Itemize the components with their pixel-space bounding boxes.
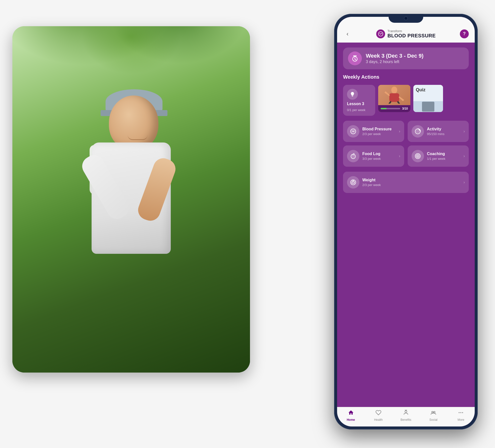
food-log-icon: [347, 150, 359, 162]
health-icon-svg: [375, 410, 381, 416]
svg-point-21: [434, 411, 435, 413]
more-icon-svg: [458, 410, 464, 416]
svg-point-0: [378, 31, 383, 36]
coaching-info: Coaching 1/1 per week: [427, 151, 461, 161]
weight-chevron: ›: [464, 180, 465, 185]
bp-freq: 2/3 per week: [362, 132, 396, 136]
nav-health[interactable]: Health: [370, 410, 387, 422]
social-icon-svg: [430, 410, 436, 416]
activity-info: Activity 95/150 mins: [427, 127, 461, 136]
progress-label: 3/10: [402, 107, 408, 110]
lesson-card[interactable]: Lesson 3 0/1 per week: [343, 85, 375, 116]
exercise-figure: [382, 86, 407, 104]
quiz-bottom: [413, 101, 443, 112]
benefits-icon-svg: [403, 410, 409, 416]
bulb-icon-svg: [350, 92, 355, 97]
weight-icon-svg: [350, 179, 357, 186]
more-icon: [458, 410, 464, 417]
nav-health-label: Health: [374, 418, 383, 422]
svg-rect-6: [389, 93, 399, 102]
person-smile: [128, 135, 148, 140]
food-log-chevron: ›: [399, 154, 400, 158]
activity-icon: [412, 125, 424, 138]
svg-line-4: [355, 59, 356, 60]
timer-icon-svg: [351, 55, 358, 62]
app-content: Week 3 (Dec 3 - Dec 9) 3 days, 2 hours l…: [337, 43, 475, 407]
svg-point-24: [462, 412, 463, 413]
svg-rect-1: [353, 55, 357, 56]
coaching-icon-svg: [414, 153, 421, 160]
lesson-bulb-icon: [347, 89, 358, 100]
phone-notch: [389, 14, 423, 23]
person-figure: [45, 76, 218, 373]
activity-freq: 95/150 mins: [427, 132, 461, 136]
food-log-info: Food Log 3/3 per week: [362, 151, 396, 161]
help-button[interactable]: ?: [460, 29, 469, 38]
nav-more[interactable]: More: [452, 410, 470, 422]
actions-row: Lesson 3 0/1 per week: [343, 85, 469, 116]
weight-icon: [347, 176, 359, 189]
weight-card[interactable]: Weight 2/3 per week ›: [343, 172, 469, 193]
action-grid: Blood Pressure 2/3 per week ›: [343, 121, 469, 167]
week-subtitle: 3 days, 2 hours left: [366, 60, 423, 64]
progress-fill: [381, 108, 387, 109]
lesson-label: Lesson 3: [347, 102, 364, 106]
bp-chevron: ›: [399, 129, 400, 134]
quiz-top: Quiz: [413, 85, 443, 101]
activity-chevron: ›: [464, 129, 465, 134]
week-timer-icon: [348, 51, 362, 65]
week-banner: Week 3 (Dec 3 - Dec 9) 3 days, 2 hours l…: [343, 47, 469, 69]
bp-icon-svg: [350, 128, 357, 135]
photo-card: [12, 26, 250, 373]
svg-point-17: [405, 411, 407, 413]
coaching-icon: [412, 150, 424, 162]
bp-info: Blood Pressure 2/3 per week: [362, 127, 396, 136]
activity-card[interactable]: Activity 95/150 mins ›: [408, 121, 469, 142]
weight-info: Weight 2/3 per week: [362, 178, 461, 187]
progress-track: [381, 108, 400, 109]
blood-pressure-icon: [347, 125, 359, 138]
blood-pressure-card[interactable]: Blood Pressure 2/3 per week ›: [343, 121, 404, 142]
weekly-actions-heading: Weekly Actions: [343, 74, 469, 80]
heart-bp-icon: [378, 31, 383, 37]
nav-more-label: More: [458, 418, 464, 422]
svg-point-15: [353, 180, 354, 181]
svg-point-20: [432, 411, 433, 413]
header-title-area: Transform BLOOD PRESSURE: [388, 29, 436, 39]
scene: ‹ Transform BLOOD PRESSURE ?: [12, 14, 483, 434]
phone-camera: [404, 16, 408, 20]
social-icon: [430, 410, 436, 417]
coaching-name: Coaching: [427, 151, 461, 156]
video-thumbnail[interactable]: 3/10: [378, 85, 410, 112]
nav-home[interactable]: Home: [342, 410, 360, 422]
week-title: Week 3 (Dec 3 - Dec 9): [366, 53, 423, 59]
svg-point-10: [351, 154, 356, 159]
quiz-card[interactable]: Quiz: [413, 85, 443, 112]
week-info: Week 3 (Dec 3 - Dec 9) 3 days, 2 hours l…: [366, 53, 423, 64]
svg-point-9: [419, 129, 420, 130]
coaching-freq: 1/1 per week: [427, 157, 461, 161]
svg-point-5: [391, 87, 397, 94]
nav-social-label: Social: [429, 418, 438, 422]
svg-line-19: [405, 410, 406, 410]
coaching-card[interactable]: Coaching 1/1 per week ›: [408, 145, 469, 167]
benefits-icon: [403, 410, 409, 417]
video-thumb-image: [378, 85, 410, 105]
quiz-label: Quiz: [416, 87, 425, 93]
nav-benefits-label: Benefits: [400, 418, 411, 422]
video-progress-bar: 3/10: [378, 105, 410, 112]
food-log-name: Food Log: [362, 151, 396, 156]
svg-line-18: [406, 410, 407, 410]
logo-icon: [376, 29, 385, 38]
nav-benefits[interactable]: Benefits: [397, 410, 415, 422]
nav-social[interactable]: Social: [425, 410, 442, 422]
person-head: [109, 95, 158, 150]
food-log-card[interactable]: Food Log 3/3 per week ›: [343, 145, 404, 167]
app-subtitle: Transform: [388, 29, 436, 33]
nav-home-label: Home: [347, 418, 355, 422]
apple-icon-svg: [350, 153, 357, 160]
phone-mockup: ‹ Transform BLOOD PRESSURE ?: [334, 14, 478, 429]
weight-freq: 2/3 per week: [362, 183, 461, 187]
back-button[interactable]: ‹: [343, 30, 352, 37]
bp-name: Blood Pressure: [362, 127, 396, 131]
